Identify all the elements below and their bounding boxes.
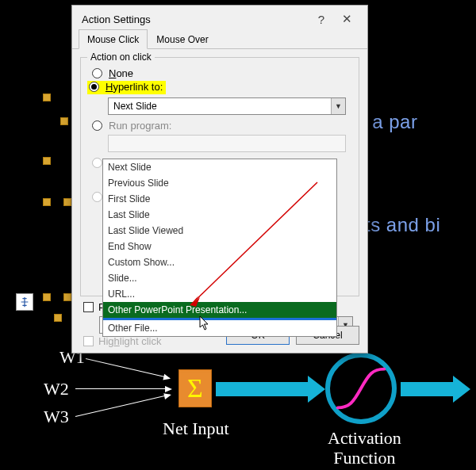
dropdown-item[interactable]: End Show — [103, 239, 336, 254]
selection-handle[interactable] — [43, 157, 51, 165]
help-button[interactable]: ? — [309, 13, 334, 26]
selection-handle[interactable] — [63, 198, 71, 206]
selection-handle[interactable] — [43, 293, 51, 301]
net-input-label: Net Input — [163, 418, 229, 439]
close-button[interactable]: ✕ — [334, 12, 359, 26]
arrow-w1 — [86, 358, 169, 378]
dropdown-item[interactable]: Last Slide — [103, 207, 336, 223]
selection-handle[interactable] — [60, 117, 68, 125]
highlight-label: Highlight click — [98, 335, 162, 347]
group-label: Action on click — [87, 52, 155, 63]
dropdown-item[interactable]: URL... — [103, 286, 336, 302]
chevron-down-icon[interactable]: ▼ — [331, 98, 345, 114]
tab-strip: Mouse Click Mouse Over — [72, 29, 367, 49]
arrow-w3 — [75, 395, 170, 417]
radio-hyperlink-label: Hyperlink to: — [106, 81, 163, 93]
dropdown-item[interactable]: Last Slide Viewed — [103, 223, 336, 239]
radio-icon — [92, 120, 102, 131]
dialog-title: Action Settings — [82, 13, 309, 25]
checkbox-icon — [83, 302, 94, 312]
radio-icon — [92, 192, 102, 202]
dropdown-item[interactable]: Other File... — [103, 320, 336, 336]
mouse-cursor-icon — [198, 315, 211, 331]
radio-run-program-label: Run program: — [109, 120, 171, 132]
radio-none-row[interactable]: None — [92, 67, 352, 79]
tab-mouse-click[interactable]: Mouse Click — [79, 29, 148, 49]
dropdown-item[interactable]: Slide... — [103, 270, 336, 286]
selection-handle[interactable] — [54, 314, 62, 322]
tab-mouse-over[interactable]: Mouse Over — [148, 29, 217, 49]
dropdown-item[interactable]: Next Slide — [103, 159, 336, 175]
radio-icon — [89, 82, 99, 92]
hyperlink-combo-value: Next Slide — [113, 101, 157, 112]
selection-handle[interactable] — [43, 198, 51, 206]
dialog-titlebar[interactable]: Action Settings ? ✕ — [72, 6, 367, 29]
dropdown-item[interactable]: Previous Slide — [103, 175, 336, 191]
selection-handle[interactable] — [63, 293, 71, 301]
selection-handle[interactable] — [43, 94, 51, 101]
radio-icon — [92, 68, 102, 78]
run-program-input — [108, 135, 346, 152]
activation-circle — [325, 353, 397, 424]
sigma-box: Σ — [178, 369, 212, 407]
dropdown-item[interactable]: First Slide — [103, 191, 336, 207]
weight-label-w3: W3 — [44, 407, 69, 427]
radio-run-program-row[interactable]: Run program: — [92, 120, 352, 132]
hyperlink-combo[interactable]: Next Slide ▼ — [108, 97, 346, 115]
arrow-w2 — [75, 388, 171, 389]
slide-body-line-2: ts and bi — [365, 214, 440, 236]
radio-icon — [92, 158, 102, 168]
checkbox-icon — [83, 336, 94, 346]
activation-label: Activation Function — [328, 428, 401, 468]
dropdown-item[interactable]: Custom Show... — [103, 254, 336, 270]
anchor-icon[interactable] — [16, 293, 33, 311]
dropdown-item-hovered[interactable]: Other PowerPoint Presentation... — [103, 302, 336, 318]
arrow-sigma-to-activation — [216, 382, 311, 396]
weight-label-w2: W2 — [44, 379, 69, 399]
hyperlink-dropdown-list[interactable]: Next Slide Previous Slide First Slide La… — [102, 159, 337, 337]
radio-hyperlink-row[interactable]: Hyperlink to: — [87, 81, 352, 94]
arrow-activation-out — [401, 382, 456, 396]
radio-none-label: None — [109, 67, 133, 79]
